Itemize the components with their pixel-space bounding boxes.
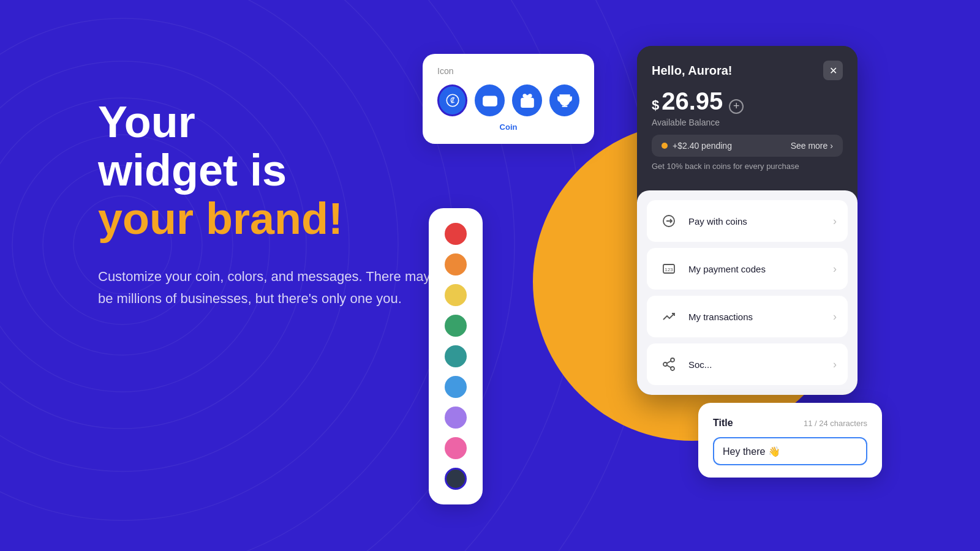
widget-add-balance-button[interactable]: + [729, 99, 744, 114]
color-dot-green[interactable] [445, 315, 467, 337]
menu-label-payment-codes: My payment codes [688, 264, 824, 274]
menu-item-payment-codes[interactable]: 123 My payment codes › [647, 248, 848, 290]
icon-option-gift[interactable] [512, 84, 542, 116]
menu-item-social[interactable]: Soc... › [647, 343, 848, 385]
left-content: Your widget is your brand! Customize you… [98, 98, 441, 310]
headline-line1: Your [98, 98, 441, 146]
icon-option-coin[interactable]: ₡ [437, 84, 467, 116]
widget-balance-amount: 26.95 [662, 88, 723, 115]
svg-text:123: 123 [665, 267, 673, 272]
menu-item-transactions[interactable]: My transactions › [647, 296, 848, 337]
color-palette-card [429, 208, 483, 504]
transactions-chevron-icon: › [833, 310, 837, 323]
widget-pending-info: +$2.40 pending [662, 141, 732, 151]
widget-close-button[interactable]: ✕ [823, 61, 843, 80]
chevron-right-icon: › [830, 141, 833, 151]
widget-see-more-button[interactable]: See more › [791, 141, 833, 151]
title-input-field[interactable] [713, 437, 867, 465]
svg-point-20 [671, 358, 674, 362]
color-dot-pink[interactable] [445, 437, 467, 459]
svg-rect-13 [483, 97, 497, 106]
menu-label-pay-with-coins: Pay with coins [688, 216, 824, 227]
payment-codes-icon: 123 [658, 258, 680, 280]
widget-header: Hello, Aurora! ✕ $ 26.95 + Available Bal… [637, 46, 858, 190]
svg-text:₡: ₡ [450, 96, 455, 105]
svg-point-16 [529, 94, 531, 97]
color-dot-yellow[interactable] [445, 284, 467, 306]
widget-header-top: Hello, Aurora! ✕ [652, 61, 843, 80]
title-card-header: Title 11 / 24 characters [713, 418, 867, 429]
headline-brand: your brand! [98, 195, 441, 243]
payment-codes-chevron-icon: › [833, 263, 837, 276]
title-card-counter: 11 / 24 characters [804, 419, 867, 428]
transactions-icon [658, 305, 680, 328]
widget-greeting: Hello, Aurora! [652, 64, 733, 78]
pending-dot-icon [662, 143, 668, 149]
color-dot-red[interactable] [445, 223, 467, 245]
menu-label-social: Soc... [688, 359, 824, 370]
color-dot-orange[interactable] [445, 253, 467, 276]
widget-pending-row: +$2.40 pending See more › [652, 135, 843, 157]
widget-pending-text: +$2.40 pending [673, 141, 732, 151]
pay-with-coins-icon [658, 210, 680, 232]
svg-point-15 [523, 94, 526, 97]
icon-selector-card: Icon ₡ [423, 54, 594, 144]
widget-dollar-sign: $ [652, 97, 659, 113]
widget-body: Pay with coins › 123 My payment codes › [637, 190, 858, 395]
svg-point-22 [671, 367, 674, 370]
pay-with-coins-chevron-icon: › [833, 215, 837, 228]
icon-selected-label: Coin [437, 122, 579, 132]
svg-line-23 [667, 365, 671, 368]
title-input-card: Title 11 / 24 characters [698, 403, 882, 478]
title-card-label: Title [713, 418, 733, 429]
widget-balance-row: $ 26.95 + [652, 88, 843, 115]
color-dot-teal[interactable] [445, 345, 467, 367]
widget-card: Hello, Aurora! ✕ $ 26.95 + Available Bal… [637, 46, 858, 395]
icon-selector-label: Icon [437, 66, 579, 76]
social-icon [658, 353, 680, 375]
social-chevron-icon: › [833, 358, 837, 371]
icon-option-trophy[interactable] [549, 84, 579, 116]
widget-balance-label: Available Balance [652, 118, 843, 127]
color-dot-purple[interactable] [445, 407, 467, 429]
color-dot-blue[interactable] [445, 376, 467, 398]
svg-line-24 [667, 361, 671, 364]
headline-line2: widget is [98, 146, 441, 195]
icon-options: ₡ [437, 84, 579, 116]
headline: Your widget is your brand! [98, 98, 441, 244]
svg-point-21 [663, 362, 667, 366]
widget-see-more-label: See more [791, 141, 828, 151]
widget-promo-text: Get 10% back in coins for every purchase [652, 162, 843, 181]
color-dot-dark[interactable] [445, 468, 467, 490]
icon-option-wallet[interactable] [475, 84, 505, 116]
description-text: Customize your coin, colors, and message… [98, 266, 441, 310]
menu-item-pay-with-coins[interactable]: Pay with coins › [647, 200, 848, 242]
menu-label-transactions: My transactions [688, 312, 824, 322]
